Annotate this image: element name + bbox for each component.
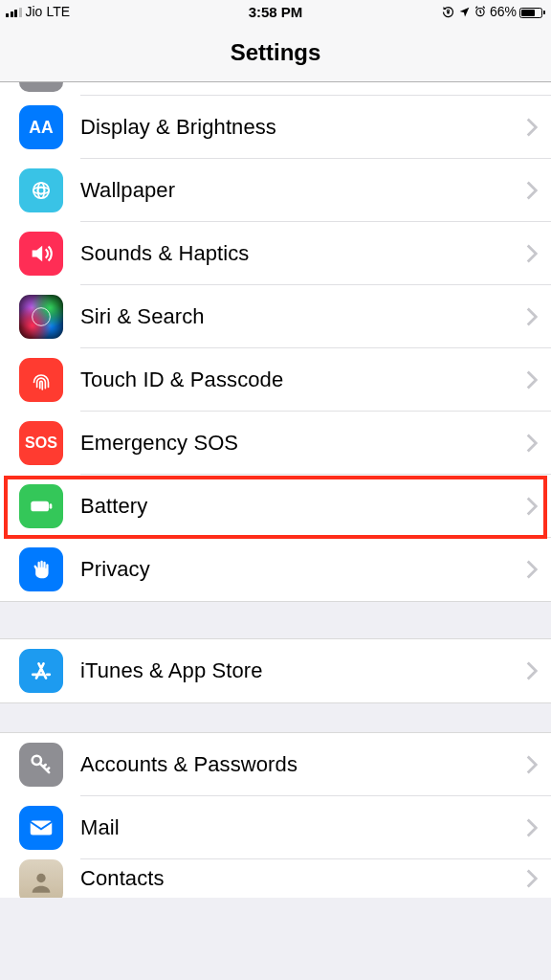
row-itunes[interactable]: iTunes & App Store — [0, 639, 551, 702]
svg-point-5 — [33, 188, 49, 194]
display-icon: AA — [19, 105, 63, 149]
battery-icon — [519, 4, 545, 19]
svg-point-6 — [38, 183, 45, 198]
row-mail[interactable]: Mail — [0, 796, 551, 859]
row-label: Accounts & Passwords — [80, 752, 526, 777]
row-accounts[interactable]: Accounts & Passwords — [0, 733, 551, 796]
svg-rect-11 — [31, 821, 53, 835]
row-label: Wallpaper — [80, 178, 526, 203]
row-battery[interactable]: Battery — [0, 475, 551, 538]
svg-point-12 — [36, 874, 45, 882]
row-label: Mail — [80, 815, 526, 840]
settings-group: Accounts & Passwords Mail Contacts — [0, 732, 551, 898]
location-icon — [458, 6, 471, 18]
key-icon — [19, 743, 63, 787]
group-gap — [0, 602, 551, 638]
page-title: Settings — [231, 39, 321, 66]
row-display[interactable]: AA Display & Brightness — [0, 96, 551, 159]
nav-bar: Settings — [0, 23, 551, 82]
row-label: Siri & Search — [80, 304, 526, 329]
status-left: Jio LTE — [6, 4, 70, 19]
clock: 3:58 PM — [249, 4, 303, 20]
general-icon — [19, 82, 63, 92]
svg-point-4 — [33, 183, 49, 198]
row-touchid[interactable]: Touch ID & Passcode — [0, 348, 551, 412]
row-sounds[interactable]: Sounds & Haptics — [0, 222, 551, 285]
group-gap — [0, 703, 551, 732]
chevron-right-icon — [526, 560, 538, 579]
chevron-right-icon — [526, 818, 538, 837]
row-label: Sounds & Haptics — [80, 241, 526, 266]
row-label: Display & Brightness — [80, 115, 526, 140]
svg-text:AA: AA — [29, 118, 54, 137]
chevron-right-icon — [526, 661, 538, 680]
row-privacy[interactable]: Privacy — [0, 538, 551, 601]
wallpaper-icon — [19, 168, 63, 212]
alarm-icon — [474, 5, 487, 18]
chevron-right-icon — [526, 307, 538, 326]
chevron-right-icon — [526, 181, 538, 200]
battery-percent: 66% — [490, 4, 517, 19]
svg-point-7 — [33, 308, 51, 326]
svg-rect-9 — [50, 503, 53, 508]
network-label: LTE — [46, 4, 70, 19]
rotation-lock-icon — [441, 5, 455, 19]
svg-point-3 — [38, 188, 45, 194]
carrier-label: Jio — [26, 4, 43, 19]
chevron-right-icon — [526, 755, 538, 774]
sos-icon: SOS — [19, 421, 63, 465]
sounds-icon — [19, 232, 63, 276]
chevron-right-icon — [526, 497, 538, 516]
privacy-icon — [19, 547, 63, 591]
contacts-icon — [19, 859, 63, 898]
row-wallpaper[interactable]: Wallpaper — [0, 159, 551, 222]
row-label: Battery — [80, 494, 526, 519]
appstore-icon — [19, 649, 63, 693]
chevron-right-icon — [526, 370, 538, 390]
previous-row-partial[interactable] — [0, 82, 551, 96]
siri-icon — [19, 295, 63, 339]
touchid-icon — [19, 358, 63, 402]
row-label: Privacy — [80, 557, 526, 582]
row-label: Contacts — [80, 866, 526, 891]
settings-group: iTunes & App Store — [0, 638, 551, 703]
row-label: iTunes & App Store — [80, 658, 526, 683]
row-sos[interactable]: SOS Emergency SOS — [0, 412, 551, 475]
row-label: Touch ID & Passcode — [80, 368, 526, 392]
row-siri[interactable]: Siri & Search — [0, 285, 551, 348]
mail-icon — [19, 806, 63, 850]
chevron-right-icon — [526, 434, 538, 453]
battery-icon — [19, 484, 63, 528]
svg-rect-8 — [31, 501, 49, 512]
chevron-right-icon — [526, 869, 538, 888]
settings-group: AA Display & Brightness Wallpaper Sounds… — [0, 82, 551, 602]
chevron-right-icon — [526, 118, 538, 137]
status-right: 66% — [441, 4, 545, 19]
settings-list: AA Display & Brightness Wallpaper Sounds… — [0, 82, 551, 898]
signal-icon — [6, 6, 22, 17]
row-label: Emergency SOS — [80, 431, 526, 456]
chevron-right-icon — [526, 244, 538, 263]
row-contacts[interactable]: Contacts — [0, 859, 551, 898]
status-bar: Jio LTE 3:58 PM 66% — [0, 0, 551, 23]
